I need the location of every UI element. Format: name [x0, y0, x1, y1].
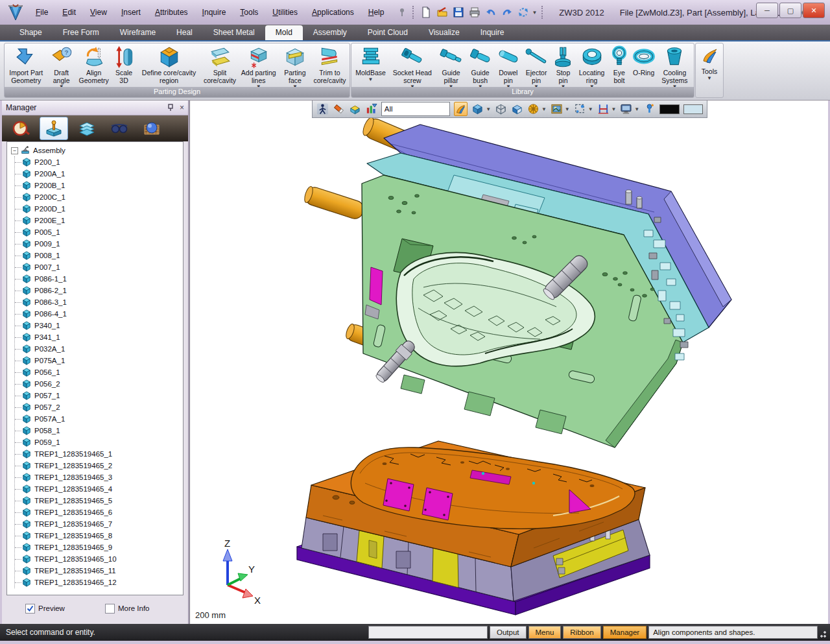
assembly-manager-tab[interactable]: [40, 117, 68, 140]
core-mold-half[interactable]: [297, 441, 650, 615]
menu-item[interactable]: Help: [362, 6, 390, 19]
tree-item[interactable]: TREP1_1283519465_11: [15, 565, 183, 577]
tree-item[interactable]: P057A_1: [15, 413, 183, 425]
stop-pin-button[interactable]: Stop pin ▼: [551, 44, 576, 86]
graphics-viewport[interactable]: Z Y X All ▼ ▼ ▼ ▼ ▼ ▼ 200 mm: [189, 101, 828, 624]
tree-item[interactable]: P200D_1: [15, 203, 183, 215]
dropdown-arrow-icon[interactable]: ▼: [565, 106, 570, 112]
tree-item[interactable]: TREP1_1283519465_5: [15, 495, 183, 507]
o-ring-button[interactable]: O-Ring: [630, 44, 656, 86]
background-icon[interactable]: [551, 102, 563, 115]
menu-item[interactable]: File: [30, 6, 54, 19]
tree-item[interactable]: P086-1_1: [15, 273, 183, 285]
mold-assembly-3d-view[interactable]: Z Y X: [190, 101, 829, 624]
dropdown-arrow-icon[interactable]: ▼: [611, 106, 617, 112]
pick-filter-icon[interactable]: [574, 102, 586, 115]
tab-shape[interactable]: Shape: [9, 25, 53, 40]
regen-dropdown-arrow[interactable]: ▼: [532, 10, 537, 16]
eye-bolt-button[interactable]: Eye bolt: [608, 44, 630, 86]
tree-item[interactable]: P057_1: [15, 390, 183, 401]
tree-item[interactable]: TREP1_1283519465_10: [15, 553, 183, 565]
parting-face-button[interactable]: Parting face ▼: [279, 44, 311, 86]
undo-icon[interactable]: [485, 6, 497, 18]
display-mode-icon[interactable]: [471, 102, 484, 115]
menu-item[interactable]: Inquire: [196, 6, 232, 19]
tree-item[interactable]: TREP1_1283519465_1: [15, 448, 183, 460]
dowel-pin-button[interactable]: Dowel pin ▼: [495, 44, 522, 86]
tab-assembly[interactable]: Assembly: [303, 25, 357, 40]
tab-mold[interactable]: Mold: [265, 25, 303, 40]
display-settings-icon[interactable]: [620, 102, 632, 115]
menu-item[interactable]: Applications: [306, 6, 360, 19]
regen-icon[interactable]: [517, 6, 529, 18]
dropdown-arrow-icon[interactable]: ▼: [486, 106, 491, 112]
tree-item[interactable]: P200E_1: [15, 215, 183, 226]
tree-item[interactable]: P340_1: [15, 320, 183, 331]
moldbase-button[interactable]: MoldBase ▼: [353, 44, 388, 86]
tree-item[interactable]: TREP1_1283519465_6: [15, 507, 183, 518]
tab-point-cloud[interactable]: Point Cloud: [357, 25, 418, 40]
resize-grip-icon[interactable]: [820, 626, 827, 638]
more-info-checkbox[interactable]: More Info: [105, 604, 150, 614]
tree-item[interactable]: TREP1_1283519465_8: [15, 530, 183, 542]
tree-item[interactable]: P086-3_1: [15, 296, 183, 308]
tab-wireframe[interactable]: Wireframe: [110, 25, 166, 40]
locating-ring-button[interactable]: Locating ring ▼: [576, 44, 608, 86]
preview-checkbox[interactable]: Preview: [25, 604, 65, 614]
cooling-systems-button[interactable]: Cooling Systems ▼: [657, 44, 693, 86]
tree-item[interactable]: P059_1: [15, 436, 183, 448]
tree-item[interactable]: P056_1: [15, 366, 183, 378]
tree-item[interactable]: TREP1_1283519465_12: [15, 577, 183, 588]
save-icon[interactable]: [453, 6, 464, 18]
close-button[interactable]: ✕: [803, 3, 825, 18]
manager-toggle-button[interactable]: Manager: [603, 626, 646, 639]
tree-item[interactable]: P200_1: [15, 156, 183, 168]
print-icon[interactable]: [469, 6, 480, 18]
dropdown-arrow-icon[interactable]: ▼: [634, 106, 639, 112]
visibility-manager-tab[interactable]: [106, 117, 133, 139]
section-view-icon[interactable]: [511, 102, 523, 115]
redo-icon[interactable]: [501, 6, 513, 18]
ejector-pin-button[interactable]: Ejector pin ▼: [522, 44, 551, 86]
tree-item[interactable]: P075A_1: [15, 355, 183, 366]
render-manager-tab[interactable]: [138, 117, 165, 139]
constraint-icon[interactable]: [597, 102, 610, 115]
menu-item[interactable]: Tools: [234, 6, 264, 19]
guide-pillar-button[interactable]: Guide pillar ▼: [436, 44, 466, 86]
tree-item[interactable]: P056_2: [15, 378, 183, 390]
tab-visualize[interactable]: Visualize: [418, 25, 470, 40]
tree-item[interactable]: P008_1: [15, 250, 183, 261]
cavity-mold-half[interactable]: [303, 115, 731, 447]
status-input-field[interactable]: [368, 626, 488, 639]
ribbon-toggle-button[interactable]: Ribbon: [563, 626, 600, 639]
guide-bush-button[interactable]: Guide bush ▼: [466, 44, 495, 86]
autohide-pin-icon[interactable]: [167, 104, 174, 112]
filter-icon[interactable]: [365, 102, 377, 115]
draft-angle-button[interactable]: ? Draft angle ▼: [46, 44, 76, 86]
new-file-icon[interactable]: [420, 6, 432, 18]
layer-manager-tab[interactable]: [73, 117, 101, 139]
maximize-button[interactable]: ▢: [779, 3, 801, 18]
tree-item[interactable]: P200B_1: [15, 180, 183, 191]
wireframe-mode-icon[interactable]: [495, 102, 507, 115]
pin-icon[interactable]: [396, 6, 408, 18]
rotate-mode-icon[interactable]: [527, 102, 540, 115]
menu-item[interactable]: Attributes: [149, 6, 194, 19]
socket-head-screw-button[interactable]: Socket Head screw ▼: [388, 44, 436, 86]
tree-item[interactable]: P032A_1: [15, 343, 183, 355]
minimize-button[interactable]: ─: [756, 3, 778, 18]
tree-item[interactable]: TREP1_1283519465_7: [15, 518, 183, 530]
output-toggle-button[interactable]: Output: [490, 626, 527, 639]
tree-item[interactable]: P009_1: [15, 238, 183, 250]
show-hide-icon[interactable]: [349, 102, 361, 115]
tab-free-form[interactable]: Free Form: [53, 25, 110, 40]
panel-close-icon[interactable]: ×: [180, 103, 184, 112]
history-manager-tab[interactable]: [7, 117, 34, 139]
dropdown-arrow-icon[interactable]: ▼: [588, 106, 593, 112]
tree-item[interactable]: TREP1_1283519465_3: [15, 471, 183, 483]
tree-item[interactable]: P086-4_1: [15, 308, 183, 320]
tree-item[interactable]: P057_2: [15, 401, 183, 413]
dropdown-arrow-icon[interactable]: ▼: [541, 106, 547, 112]
filter-combo[interactable]: All: [381, 102, 451, 116]
tree-item[interactable]: P058_1: [15, 425, 183, 436]
